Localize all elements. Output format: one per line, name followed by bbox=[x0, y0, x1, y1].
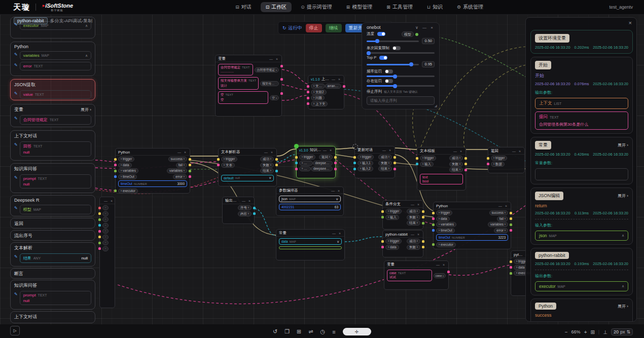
port-dot[interactable] bbox=[487, 163, 489, 165]
node-输出序号[interactable]: 输出序号— ×序号 ›内容 › bbox=[222, 197, 255, 224]
node-text-block[interactable]: textbool bbox=[420, 174, 463, 184]
port-dot[interactable] bbox=[98, 230, 101, 233]
node-header[interactable]: 更新对话— × bbox=[355, 146, 395, 154]
output-port[interactable]: 成功 › bbox=[449, 156, 463, 161]
input-port[interactable]: · bbox=[102, 229, 109, 234]
node-window-controls[interactable]: — × bbox=[177, 151, 187, 154]
output-port[interactable]: 结果 › bbox=[449, 167, 463, 172]
flow-icon[interactable]: ⇌ bbox=[308, 328, 313, 335]
input-port[interactable]: › 输入2 bbox=[357, 166, 373, 171]
edit-icon[interactable]: ✎ bbox=[14, 62, 18, 70]
list-icon[interactable]: ≡ bbox=[332, 329, 335, 335]
input-port[interactable]: › timeOut bbox=[118, 174, 137, 179]
output-port[interactable]: 成功 › bbox=[407, 239, 420, 244]
node-var-field[interactable]: 报文传输整体方案TEXT设计 bbox=[218, 77, 259, 90]
edit-icon[interactable]: ✎ bbox=[14, 174, 18, 189]
input-port[interactable]: › 文段2 bbox=[311, 90, 327, 95]
model-panel-window-controls[interactable]: ∨ — × bbox=[415, 25, 435, 30]
node-header[interactable]: — × bbox=[100, 197, 115, 204]
sidebar-panel-变量[interactable]: 变量展开 ›✎合同管理规定TEXT bbox=[10, 104, 95, 127]
zoom-in-button[interactable]: + bbox=[584, 329, 587, 335]
port-dot[interactable] bbox=[217, 158, 220, 161]
input-port[interactable]: › 文本 bbox=[221, 163, 235, 168]
sidebar-panel-Deepseek R[interactable]: Deepseek R✎模型MAP bbox=[10, 195, 95, 216]
input-port[interactable]: › trigger bbox=[385, 209, 402, 214]
port-dot[interactable] bbox=[295, 156, 298, 159]
port-dot[interactable] bbox=[189, 164, 191, 166]
input-port[interactable]: · bbox=[102, 223, 109, 228]
port-dot[interactable] bbox=[334, 162, 337, 164]
node-header[interactable]: Python— × bbox=[116, 148, 190, 156]
param-field[interactable]: 合同管理规定TEXT bbox=[20, 115, 91, 125]
node-input-field[interactable]: timeOutNUMBER3223 bbox=[436, 234, 508, 241]
input-port[interactable]: › variables bbox=[436, 222, 456, 227]
port-dot[interactable] bbox=[114, 175, 117, 178]
sidebar-panel-JSON提取[interactable]: JSON提取✎valueTEXT bbox=[10, 79, 95, 100]
active-tool-pill[interactable]: ✛ bbox=[343, 328, 371, 335]
param-slider[interactable] bbox=[367, 76, 435, 77]
output-port[interactable]: deepseek_v3 › bbox=[311, 166, 333, 171]
user-label[interactable]: test_agentv bbox=[609, 5, 633, 10]
port-dot[interactable] bbox=[275, 164, 278, 166]
port-dot[interactable] bbox=[189, 175, 191, 178]
port-dot[interactable] bbox=[275, 158, 278, 161]
port-dot[interactable] bbox=[114, 170, 117, 172]
param-field[interactable]: 模型MAP bbox=[20, 205, 91, 214]
port-dot[interactable] bbox=[432, 223, 435, 226]
node-返回[interactable]: 返回— ×› trigger› 数据 bbox=[488, 147, 525, 173]
port-dot[interactable] bbox=[464, 157, 467, 160]
node-文本模板[interactable]: 文本模板— ×› trigger成功 ›› 输入失败 ›结果 ›textbool bbox=[417, 147, 466, 191]
close-icon[interactable]: × bbox=[629, 20, 632, 26]
param-field[interactable]: promptTEXTnull bbox=[20, 174, 91, 189]
input-port[interactable]: · bbox=[102, 205, 109, 210]
chevron-up-icon[interactable]: ∧ bbox=[622, 234, 624, 238]
expand-link[interactable]: 展开 › bbox=[618, 304, 628, 309]
input-port[interactable]: · bbox=[102, 235, 109, 240]
edit-icon[interactable]: ✎ bbox=[14, 90, 18, 99]
edit-icon[interactable]: ✎ bbox=[14, 205, 18, 214]
node-input-field[interactable]: 400223163 bbox=[279, 204, 341, 210]
node-条件分支[interactable]: 条件分支— ×› trigger成功 ›› 输入失败 ›结果 › bbox=[382, 200, 423, 230]
expand-link[interactable]: 展开 › bbox=[618, 193, 628, 199]
param-slider[interactable] bbox=[367, 85, 435, 87]
param-box[interactable]: executorMAP∧ bbox=[535, 281, 628, 291]
param-box[interactable]: 提问TEXT合同管理条例第30条是什么 bbox=[535, 111, 628, 130]
port-dot[interactable] bbox=[422, 240, 424, 243]
input-port[interactable]: › executor bbox=[118, 189, 138, 194]
input-port[interactable]: › data bbox=[436, 216, 450, 221]
workflow-tag[interactable]: python-rabbit bbox=[14, 17, 48, 24]
param-field[interactable]: 结果ANYnull bbox=[20, 253, 91, 263]
edit-icon[interactable]: ✎ bbox=[14, 253, 18, 263]
port-dot[interactable] bbox=[393, 162, 396, 164]
node-上下文编排器[interactable]: v1.1.0上下文编排器— ×› 文段1arrange ›› 文段2› 问题› … bbox=[308, 75, 344, 109]
port-dot[interactable] bbox=[98, 242, 101, 244]
input-port[interactable]: › data bbox=[118, 163, 132, 168]
node-window-controls[interactable]: — × bbox=[323, 148, 333, 152]
node-window-controls[interactable]: — × bbox=[331, 189, 341, 193]
sidebar-panel-上下文对话[interactable]: 上下文对话 bbox=[10, 311, 95, 323]
node-header[interactable]: 参数编排器— × bbox=[276, 187, 343, 194]
input-port[interactable]: › trigger bbox=[385, 239, 402, 244]
input-port[interactable]: › trigger bbox=[420, 156, 436, 161]
output-port[interactable]: error › bbox=[494, 228, 508, 233]
resize-handle-icon[interactable]: ◢ bbox=[435, 104, 437, 108]
output-port[interactable]: 序号 › bbox=[238, 205, 252, 210]
port-dot[interactable] bbox=[280, 78, 283, 81]
edit-icon[interactable]: ✎ bbox=[14, 115, 18, 125]
chevron-up-icon[interactable]: ∧ bbox=[622, 284, 624, 288]
port-dot[interactable] bbox=[510, 260, 512, 263]
node-window-controls[interactable]: — × bbox=[332, 232, 342, 235]
port-dot[interactable] bbox=[432, 229, 435, 232]
input-port[interactable]: › trigger bbox=[491, 156, 507, 161]
node-变量[interactable]: 变量— ×合同管理规定TEXT············合同管理规定 ›报文传输整… bbox=[215, 55, 282, 117]
window-icon[interactable]: ❐ bbox=[284, 328, 290, 335]
sidebar-panel-返回[interactable]: 返回 bbox=[10, 218, 95, 229]
node-window-controls[interactable]: — × bbox=[264, 151, 274, 154]
menu-item-系统管理[interactable]: ⚙系统管理 bbox=[452, 2, 488, 12]
port-dot[interactable] bbox=[253, 212, 256, 215]
output-port[interactable]: fail › bbox=[176, 163, 187, 168]
port-dot[interactable] bbox=[114, 164, 117, 166]
output-port[interactable]: 成功 › bbox=[407, 209, 420, 214]
input-port[interactable]: · bbox=[102, 240, 109, 245]
input-port[interactable]: › trigger bbox=[357, 155, 374, 160]
